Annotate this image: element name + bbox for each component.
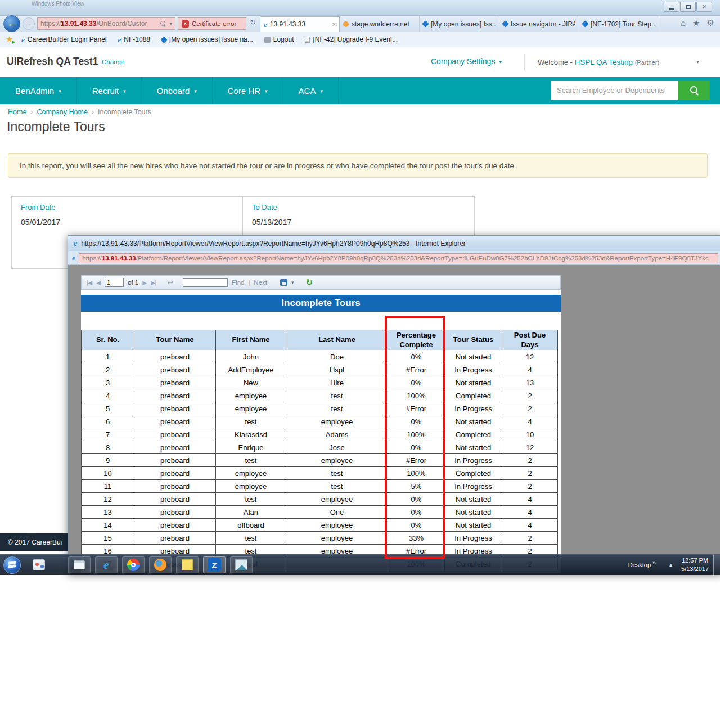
popup-address-field[interactable]: https://13.91.43.33/Platform/ReportViewe… [79,253,718,263]
find-next-link[interactable]: Next [254,279,267,286]
maximize-button[interactable] [680,2,696,12]
nav-item-benadmin[interactable]: BenAdmin▾ [0,77,77,104]
export-icon[interactable] [280,279,287,286]
table-cell: 12 [502,350,558,363]
forward-button[interactable]: → [22,17,35,30]
breadcrumb-item-3[interactable]: Incomplete Tours [98,108,151,116]
nav-item-aca[interactable]: ACA▾ [284,77,339,104]
favorite-item-2[interactable]: eNF-1088 [118,35,150,43]
favorite-item-5[interactable]: [NF-42] Upgrade I-9 Everif... [305,35,398,43]
table-row-4: 4preboardemployeetest100%Completed2 [82,389,558,402]
last-page-icon[interactable]: ▶| [151,280,156,286]
refresh-icon[interactable]: ↻ [250,18,256,26]
toolbar-overflow-icon[interactable]: » [652,559,656,566]
nav-item-label: Onboard [157,86,190,96]
settings-gear-icon[interactable]: ⚙ [707,18,714,28]
tab-close-icon[interactable]: × [332,21,336,28]
firefox-icon[interactable] [149,556,172,573]
page-title: Incomplete Tours [7,119,105,134]
table-cell: Hire [286,376,388,389]
table-cell: preboard [134,506,216,519]
table-cell: Enrique [216,441,286,454]
table-cell: employee [216,480,286,493]
to-date-value[interactable]: 05/13/2017 [252,218,474,227]
desktop-toolbar-label[interactable]: Desktop [628,561,651,568]
minimize-button[interactable] [664,2,680,12]
table-cell: test [286,467,388,480]
favorite-item-1[interactable]: eCareerBuilder Login Panel [21,35,107,43]
z-app-icon[interactable]: Z [203,556,226,573]
address-bar-icons: ▾ [160,21,172,27]
report-refresh-icon[interactable]: ↻ [306,277,313,287]
table-cell: 12 [82,493,134,506]
nav-item-recruit[interactable]: Recruit▾ [77,77,142,104]
first-page-icon[interactable]: |◀ [87,280,92,286]
address-bar[interactable]: https://13.91.43.33/OnBoard/Custor ▾ [37,17,176,30]
browser-tab-2[interactable]: stage.workterra.net [340,16,420,32]
employee-search-input[interactable] [551,81,678,100]
table-cell: 5 [82,402,134,415]
browser-tab-5[interactable]: [NF-1702] Tour Step... [579,16,659,32]
export-dropdown-icon[interactable]: ▾ [291,280,294,285]
company-settings-menu[interactable]: Company Settings ▾ [431,57,502,66]
previous-page-icon[interactable]: ◀ [96,280,101,286]
table-cell: preboard [134,389,216,402]
show-desktop-button[interactable] [713,555,720,576]
table-cell: Not started [445,506,502,519]
find-link[interactable]: Find [232,279,244,286]
breadcrumb-separator: › [30,108,33,116]
parent-report-icon[interactable]: ↩ [167,278,173,287]
table-cell: One [286,506,388,519]
table-cell: preboard [134,467,216,480]
photo-viewer-icon[interactable] [230,556,253,573]
nav-item-core-hr[interactable]: Core HR▾ [213,77,284,104]
browser-toolbar-icons: ⌂ ★ ⚙ [681,18,714,28]
certificate-error-icon: × [182,20,189,28]
start-button[interactable] [3,556,21,574]
popup-titlebar[interactable]: e https://13.91.43.33/Platform/ReportVie… [68,236,720,251]
browser-tab-3[interactable]: [My open issues] Iss... [420,16,500,32]
info-message: In this report, you will see all the new… [8,153,708,178]
certificate-error-badge[interactable]: × Certificate error [178,17,246,30]
table-cell: preboard [134,402,216,415]
sticky-notes-icon[interactable] [176,556,199,573]
table-row-14: 14preboardoffboardemployee0%Not started4 [82,519,558,532]
search-button[interactable] [678,81,710,100]
window-icon [74,560,85,569]
breadcrumb-item-2[interactable]: Company Home [37,108,88,116]
table-row-9: 9preboardtestemployee#ErrorIn Progress2 [82,454,558,467]
column-header: Post Due Days [502,330,558,350]
window-icon[interactable] [68,556,91,573]
table-cell: 1 [82,350,134,363]
find-text-input[interactable] [183,278,228,287]
internet-explorer-icon[interactable]: e [95,556,118,573]
favorite-item-4[interactable]: Logout [264,35,294,43]
table-cell: Completed [445,467,502,480]
chevron-down-icon[interactable]: ▾ [696,59,699,65]
welcome-user-name[interactable]: HSPL QA Testing [575,58,633,66]
next-page-icon[interactable]: ▶ [142,280,147,286]
search-icon[interactable] [160,21,166,27]
table-cell: Not started [445,493,502,506]
browser-tab-1[interactable]: e13.91.43.33× [260,16,340,32]
browser-tab-4[interactable]: Issue navigator - JIRA [500,16,579,32]
chrome-icon[interactable] [122,556,145,573]
paint-icon[interactable] [28,556,50,573]
favorite-item-3[interactable]: [My open issues] Issue na... [161,35,253,43]
chevron-down-icon[interactable]: ▾ [169,21,172,26]
page-number-input[interactable] [105,278,124,287]
back-button[interactable]: ← [3,15,20,32]
table-cell: 2 [502,454,558,467]
home-icon[interactable]: ⌂ [681,18,686,28]
breadcrumb-item-1[interactable]: Home [8,108,26,116]
tray-expand-icon[interactable]: ▲ [668,562,673,568]
from-date-value[interactable]: 05/01/2017 [21,218,242,227]
tab-label: Issue navigator - JIRA [511,20,575,28]
sticky-notes-icon [182,559,193,570]
nav-item-onboard[interactable]: Onboard▾ [142,77,213,104]
taskbar-clock[interactable]: 12:57 PM 5/13/2017 [681,556,709,573]
favorites-star-icon[interactable]: ★ [692,18,700,28]
close-button[interactable]: × [696,2,712,12]
change-company-link[interactable]: Change [102,59,124,65]
add-favorite-icon[interactable]: ★ [6,34,13,44]
